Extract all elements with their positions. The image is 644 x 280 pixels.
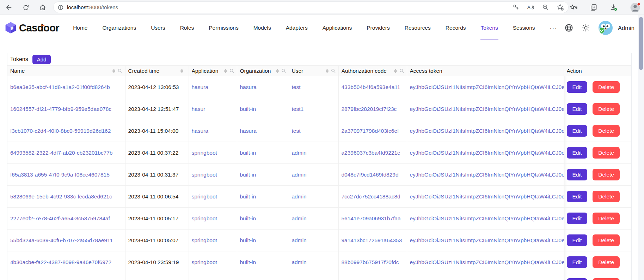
- nav-item-roles[interactable]: Roles: [173, 15, 202, 41]
- authorization_code-link[interactable]: 88b0997b675917f20fdc: [342, 259, 399, 265]
- edit-button[interactable]: Edit: [567, 191, 588, 202]
- name-link[interactable]: 55bd324a-6039-40f6-b707-2a55d78ae911: [10, 237, 113, 243]
- application-link[interactable]: springboot: [192, 237, 217, 243]
- nav-item-permissions[interactable]: Permissions: [201, 15, 246, 41]
- user-link[interactable]: admin: [292, 215, 307, 221]
- delete-button[interactable]: Delete: [593, 147, 620, 159]
- organization-link[interactable]: hasura: [240, 84, 257, 90]
- edit-button[interactable]: Edit: [567, 103, 588, 115]
- downloads-button[interactable]: [610, 4, 618, 11]
- organization-link[interactable]: built-in: [240, 193, 256, 199]
- column-search-button[interactable]: [229, 68, 234, 73]
- column-search-button[interactable]: [331, 68, 336, 73]
- application-link[interactable]: hasura: [192, 84, 208, 90]
- collections-button[interactable]: [590, 4, 597, 11]
- nav-item-adapters[interactable]: Adapters: [278, 15, 315, 41]
- column-sorter[interactable]: [276, 69, 279, 73]
- organization-link[interactable]: built-in: [240, 237, 256, 243]
- add-token-button[interactable]: Add: [32, 55, 51, 64]
- edit-button[interactable]: Edit: [567, 147, 588, 159]
- user-link[interactable]: test: [292, 128, 301, 134]
- delete-button[interactable]: Delete: [593, 103, 620, 115]
- application-link[interactable]: springboot: [192, 259, 217, 265]
- name-link[interactable]: 5828069e-15eb-4c92-933c-fecda8ed621c: [10, 193, 112, 199]
- name-link[interactable]: 4b30acbe-fa22-4387-8098-9a46e70f6972: [10, 259, 111, 265]
- nav-item-records[interactable]: Records: [438, 15, 473, 41]
- organization-link[interactable]: hasura: [240, 128, 257, 134]
- user-link[interactable]: admin: [292, 150, 307, 156]
- authorization_code-link[interactable]: 9a1413bc172591a64353: [342, 237, 402, 243]
- browser-refresh-button[interactable]: [22, 4, 30, 11]
- organization-link[interactable]: built-in: [240, 259, 256, 265]
- column-sorter[interactable]: [394, 69, 397, 73]
- name-link[interactable]: 2277e0f2-7e78-462f-a654-3c53759784af: [10, 215, 110, 221]
- edit-button[interactable]: Edit: [567, 81, 588, 93]
- nav-item-resources[interactable]: Resources: [397, 15, 438, 41]
- application-link[interactable]: springboot: [192, 193, 217, 199]
- nav-item-applications[interactable]: Applications: [315, 15, 360, 41]
- nav-item-providers[interactable]: Providers: [359, 15, 397, 41]
- organization-link[interactable]: built-in: [240, 172, 256, 178]
- column-sorter[interactable]: [326, 69, 329, 73]
- browser-home-button[interactable]: [39, 4, 47, 11]
- nav-item-users[interactable]: Users: [143, 15, 172, 41]
- theme-toggle-button[interactable]: [582, 24, 590, 32]
- delete-button[interactable]: Delete: [593, 81, 620, 93]
- page-scrollbar[interactable]: [638, 15, 644, 280]
- name-link[interactable]: 64993582-2322-4df7-ab20-cb23201bc77b: [10, 150, 112, 156]
- access_token-link[interactable]: eyJhbGciOiJSUzI1NiIsImtpZCI6ImNlcnQtYnVp…: [410, 150, 564, 156]
- name-link[interactable]: b6ea3e35-abcf-41d8-a1a2-01f00fd8264b: [10, 84, 110, 90]
- nav-item-models[interactable]: Models: [246, 15, 278, 41]
- application-link[interactable]: springboot: [192, 150, 217, 156]
- column-search-button[interactable]: [118, 68, 122, 73]
- address-bar[interactable]: localhost:8000/tokens A: [54, 2, 568, 13]
- favorites-button[interactable]: [569, 4, 577, 11]
- access_token-link[interactable]: eyJhbGciOiJSUzI1NiIsImtpZCI6ImNlcnQtYnVp…: [410, 215, 564, 221]
- column-sorter[interactable]: [180, 69, 183, 73]
- brand-logo[interactable]: Casdoor: [5, 22, 59, 34]
- authorization_code-link[interactable]: 56141e709a06931b7faa: [342, 215, 401, 221]
- delete-button[interactable]: Delete: [593, 125, 620, 137]
- access_token-link[interactable]: eyJhbGciOiJSUzI1NiIsImtpZCI6ImNlcnQtYnVp…: [410, 128, 564, 134]
- user-link[interactable]: admin: [292, 193, 307, 199]
- nav-item-tokens[interactable]: Tokens: [473, 15, 505, 41]
- access_token-link[interactable]: eyJhbGciOiJSUzI1NiIsImtpZCI6ImNlcnQtYnVp…: [410, 193, 564, 199]
- column-search-button[interactable]: [281, 68, 286, 73]
- account-menu[interactable]: Admin: [599, 21, 644, 35]
- edit-button[interactable]: Edit: [567, 213, 588, 224]
- user-link[interactable]: admin: [292, 237, 307, 243]
- user-link[interactable]: admin: [292, 172, 307, 178]
- column-sorter[interactable]: [224, 69, 227, 73]
- authorization_code-link[interactable]: 2879fbc282019cf7f23c: [342, 106, 397, 112]
- access_token-link[interactable]: eyJhbGciOiJSUzI1NiIsImtpZCI6ImNlcnQtYnVp…: [410, 106, 564, 112]
- user-link[interactable]: admin: [292, 259, 307, 265]
- column-sorter[interactable]: [112, 69, 115, 73]
- organization-link[interactable]: built-in: [240, 106, 256, 112]
- delete-button[interactable]: Delete: [593, 213, 620, 224]
- delete-button[interactable]: Delete: [593, 169, 620, 180]
- authorization_code-link[interactable]: 2a370971798d403fc6ef: [342, 128, 399, 134]
- access_token-link[interactable]: eyJhbGciOiJSUzI1NiIsImtpZCI6ImNlcnQtYnVp…: [410, 259, 564, 265]
- zoom-out-button[interactable]: [542, 4, 549, 11]
- scrollbar-thumb[interactable]: [639, 17, 643, 70]
- application-link[interactable]: springboot: [192, 215, 217, 221]
- read-aloud-button[interactable]: A: [527, 4, 534, 11]
- name-link[interactable]: 16024557-df21-4779-bfb9-959e5dae078c: [10, 106, 111, 112]
- user-link[interactable]: test: [292, 84, 301, 90]
- nav-item-sessions[interactable]: Sessions: [505, 15, 542, 41]
- access_token-link[interactable]: eyJhbGciOiJSUzI1NiIsImtpZCI6ImNlcnQtYnVp…: [410, 84, 564, 90]
- name-link[interactable]: f3cb1070-c2d4-40f0-8bc0-59919d26d162: [10, 128, 111, 134]
- organization-link[interactable]: built-in: [240, 150, 256, 156]
- edit-button[interactable]: Edit: [567, 169, 588, 180]
- edit-button[interactable]: Edit: [567, 256, 588, 268]
- edit-button[interactable]: Edit: [567, 278, 588, 280]
- nav-more-button[interactable]: ···: [542, 25, 565, 31]
- authorization_code-link[interactable]: 433b504b4f6a593e4a11: [342, 84, 400, 90]
- browser-profile-button[interactable]: [630, 2, 640, 13]
- column-search-button[interactable]: [399, 68, 404, 73]
- application-link[interactable]: hasur: [192, 106, 206, 112]
- delete-button[interactable]: Delete: [593, 278, 620, 280]
- organization-link[interactable]: built-in: [240, 215, 256, 221]
- authorization_code-link[interactable]: a2396037c3ba4fd9221e: [342, 150, 400, 156]
- delete-button[interactable]: Delete: [593, 256, 620, 268]
